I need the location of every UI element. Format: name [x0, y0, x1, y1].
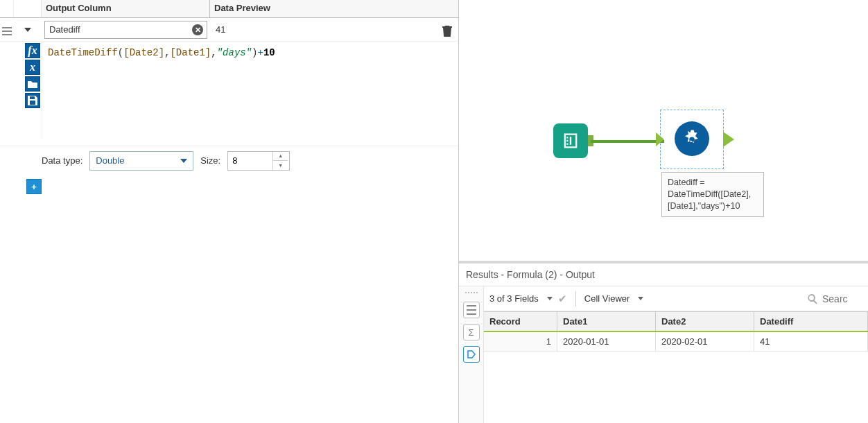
connection-wire[interactable]: [591, 140, 664, 143]
caret-down-icon[interactable]: [638, 297, 643, 300]
fx-variables-button[interactable]: x: [25, 60, 40, 75]
col-header-record[interactable]: Record: [484, 312, 557, 331]
cell-viewer-menu[interactable]: Cell Viewer: [584, 293, 630, 304]
reorder-handle-icon[interactable]: [2, 27, 12, 35]
spin-up-icon[interactable]: ▲: [273, 152, 288, 162]
size-spinner[interactable]: ▲ ▼: [227, 151, 290, 171]
table-row[interactable]: 1 2020-01-01 2020-02-01 41: [484, 332, 868, 352]
output-column-input[interactable]: [44, 21, 207, 39]
delete-expression-icon[interactable]: [442, 24, 453, 39]
chevron-down-icon: [24, 28, 31, 32]
results-grid[interactable]: Record Date1 Date2 Datediff 1 2020-01-01…: [484, 311, 868, 352]
datatype-select[interactable]: Double: [89, 151, 193, 171]
col-header-date1[interactable]: Date1: [557, 312, 656, 331]
output-anchor-icon[interactable]: [723, 132, 734, 147]
clear-input-icon[interactable]: ✕: [192, 24, 203, 35]
fx-open-button[interactable]: [25, 76, 40, 92]
formula-tool-node-selected[interactable]: [660, 110, 724, 169]
sigma-view-button[interactable]: Σ: [463, 324, 480, 340]
results-title: Results - Formula (2) - Output: [459, 264, 868, 286]
search-icon: [807, 293, 818, 304]
formula-tool-icon: [675, 121, 709, 156]
input-tool-node[interactable]: [553, 123, 588, 158]
datatype-label: Data type:: [42, 155, 83, 166]
cell-record: 1: [484, 332, 557, 351]
add-expression-button[interactable]: +: [26, 179, 42, 194]
preview-value: 41: [216, 24, 225, 35]
separator: [575, 291, 576, 307]
cell-date2: 2020-02-01: [656, 332, 754, 351]
header-data-preview: Data Preview: [210, 0, 458, 17]
datatype-value: Double: [96, 155, 124, 166]
rows-view-button[interactable]: [463, 302, 480, 318]
fx-save-button[interactable]: [25, 93, 40, 108]
workflow-canvas[interactable]: Datediff = DateTimeDiff([Date2],[Date1],…: [459, 0, 868, 264]
formula-editor[interactable]: DateTimeDiff([Date2],[Date1],"days")+10: [42, 42, 458, 139]
size-label: Size:: [200, 155, 220, 166]
results-pane: Results - Formula (2) - Output Σ 3 of 3 …: [459, 264, 868, 423]
col-header-datediff[interactable]: Datediff: [754, 312, 868, 331]
check-icon[interactable]: ✔: [558, 293, 567, 305]
output-anchor-button[interactable]: [463, 346, 480, 363]
cell-datediff: 41: [754, 332, 868, 351]
search-box[interactable]: [807, 293, 862, 305]
formula-annotation: Datediff = DateTimeDiff([Date2],[Date1],…: [661, 172, 764, 217]
fx-functions-button[interactable]: fx: [25, 43, 40, 58]
caret-down-icon[interactable]: [547, 297, 553, 300]
size-input[interactable]: [228, 152, 272, 170]
drag-grip-icon[interactable]: [465, 292, 478, 296]
collapse-toggle[interactable]: [14, 18, 42, 42]
header-output-column: Output Column: [42, 0, 210, 17]
cell-date1: 2020-01-01: [557, 332, 656, 351]
formula-config-panel: Output Column Data Preview ✕ 41: [0, 0, 459, 423]
col-header-date2[interactable]: Date2: [656, 312, 754, 331]
caret-down-icon: [180, 159, 187, 163]
input-anchor-icon[interactable]: [656, 132, 664, 146]
fields-summary[interactable]: 3 of 3 Fields: [489, 293, 539, 304]
search-input[interactable]: [821, 293, 862, 305]
spin-down-icon[interactable]: ▼: [273, 161, 288, 170]
